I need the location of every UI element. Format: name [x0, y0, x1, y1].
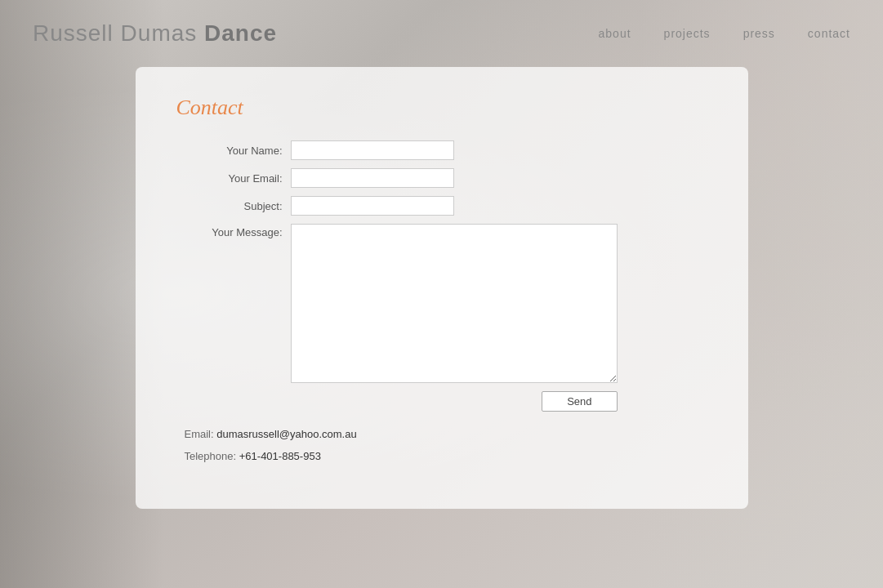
contact-box: Contact Your Name: Your Email: Subject: … [136, 67, 748, 509]
contact-info: Email: dumasrussell@yahoo.com.au Telepho… [176, 428, 707, 462]
nav-press[interactable]: press [743, 27, 775, 40]
message-label: Your Message: [176, 224, 283, 238]
email-info-label: Email: [185, 428, 214, 440]
send-row: Send [291, 391, 618, 412]
site-title-part1: Russell Dumas [33, 20, 197, 46]
subject-label: Subject: [176, 200, 283, 212]
telephone-info-row: Telephone: +61-401-885-953 [185, 450, 707, 462]
name-label: Your Name: [176, 145, 283, 157]
send-button[interactable]: Send [542, 391, 617, 412]
telephone-info-label: Telephone: [185, 450, 237, 462]
contact-form: Your Name: Your Email: Subject: Your Mes… [176, 140, 707, 412]
email-input[interactable] [291, 168, 454, 188]
message-textarea[interactable] [291, 224, 618, 383]
email-row: Your Email: [176, 168, 707, 188]
site-title-part2: Dance [204, 20, 277, 46]
email-info-row: Email: dumasrussell@yahoo.com.au [185, 428, 707, 440]
main-content: Contact Your Name: Your Email: Subject: … [0, 59, 883, 509]
message-row: Your Message: [176, 224, 707, 383]
name-input[interactable] [291, 140, 454, 160]
nav-contact[interactable]: contact [808, 27, 850, 40]
site-logo: Russell Dumas Dance [33, 20, 277, 47]
name-row: Your Name: [176, 140, 707, 160]
telephone-info-value: +61-401-885-953 [239, 450, 321, 462]
email-info-value: dumasrussell@yahoo.com.au [216, 428, 356, 440]
nav-projects[interactable]: projects [664, 27, 711, 40]
subject-row: Subject: [176, 196, 707, 216]
main-nav: about projects press contact [599, 27, 850, 40]
nav-about[interactable]: about [599, 27, 631, 40]
email-label: Your Email: [176, 172, 283, 185]
contact-title: Contact [176, 96, 707, 120]
subject-input[interactable] [291, 196, 454, 216]
site-header: Russell Dumas Dance about projects press… [0, 0, 883, 59]
